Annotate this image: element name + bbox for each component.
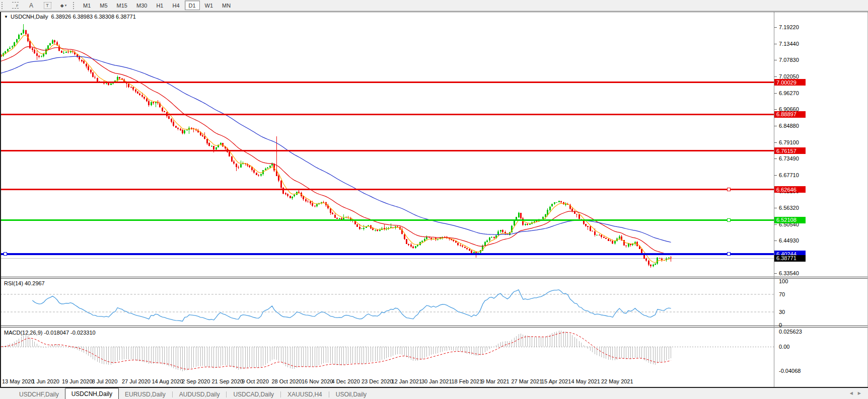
macd-axis-label: -0.04068 (779, 368, 801, 374)
date-label: 12 Jan 2021 (392, 378, 422, 384)
hline-price-label: 6.88897 (774, 111, 806, 118)
axis-separator (774, 12, 774, 387)
toolbar-grip[interactable] (2, 2, 5, 9)
hline-price-label: 6.52108 (774, 217, 806, 223)
rsi-pane-canvas[interactable] (0, 279, 774, 326)
date-label: 4 May 2021 (571, 378, 600, 384)
fibonacci-tool[interactable]: F (8, 1, 23, 10)
price-tick: 6.44930 (774, 237, 799, 244)
rsi-value: 40.2967 (25, 280, 45, 286)
chart-title: ▼USDCNH,Daily 6.38926 6.38983 6.38308 6.… (4, 14, 136, 20)
macd-label: MACD(12,26,9) -0.018047 -0.023310 (4, 330, 96, 336)
tab-scroll-arrows: ◀ ▶ (850, 391, 861, 395)
price-tick: 7.13440 (774, 41, 799, 47)
chevron-down-icon: ▾ (65, 4, 67, 8)
timeframe-button-d1[interactable]: D1 (185, 1, 200, 10)
tab-audusd-daily[interactable]: AUDUSD,Daily (173, 390, 226, 399)
price-tick: 6.79100 (774, 139, 799, 146)
tab-separator (329, 391, 329, 397)
date-label: 27 Jul 2020 (122, 378, 151, 384)
tab-usdcad-daily[interactable]: USDCAD,Daily (227, 390, 280, 399)
date-label: 2 Sep 2020 (182, 378, 210, 384)
date-label: 27 Mar 2021 (512, 378, 543, 384)
date-label: 18 Feb 2021 (452, 378, 483, 384)
chart-tab-bar: USDCHF,DailyUSDCNH,DailyEURUSD,DailyAUDU… (0, 388, 868, 399)
date-label: 15 Apr 2021 (541, 378, 571, 384)
date-label: 8 Jul 2020 (92, 378, 118, 384)
timeframes-toolbar: M1M5M15M30H1H4D1W1MN (79, 1, 235, 10)
price-tick: 6.67710 (774, 172, 799, 179)
text-icon: A (29, 2, 33, 9)
label-icon: T (44, 2, 51, 9)
price-tick: 6.56320 (774, 205, 799, 211)
tab-usdchf-daily[interactable]: USDCHF,Daily (13, 390, 65, 399)
line-studies-toolbar: FAT◆▾ (7, 1, 71, 10)
price-tick: 7.07830 (774, 57, 799, 63)
date-label: 1 Jun 2020 (32, 378, 59, 384)
mt4-window: FAT◆▾ M1M5M15M30H1H4D1W1MN ▼USDCNH,Daily… (0, 0, 868, 399)
label-tool[interactable]: T (40, 1, 55, 10)
hline-price-label: 6.76157 (774, 147, 806, 154)
tab-xauusd-h4[interactable]: XAUUSD,H4 (281, 390, 328, 399)
timeframe-button-mn[interactable]: MN (218, 1, 235, 10)
hline-price-label: 7.00029 (774, 79, 806, 86)
price-tick: 6.84880 (774, 123, 799, 129)
tab-usdcnh-daily[interactable]: USDCNH,Daily (65, 388, 119, 399)
rsi-level-label: 100 (779, 278, 788, 284)
arrows-tool[interactable]: ◆▾ (56, 1, 71, 10)
hline-price-label: 6.62646 (774, 186, 806, 193)
timeframe-button-h1[interactable]: H1 (152, 1, 167, 10)
macd-axis-label: 0.00 (779, 344, 789, 350)
tab-eurusd-daily[interactable]: EURUSD,Daily (119, 390, 172, 399)
tab-separator (172, 391, 173, 397)
divider (0, 11, 868, 11)
date-label: 9 Oct 2020 (242, 378, 269, 384)
rsi-level-label: 70 (779, 291, 785, 297)
date-label: 21 Sep 2020 (212, 378, 243, 384)
chart-symbol-label: USDCNH,Daily (11, 14, 48, 20)
timeframe-button-m30[interactable]: M30 (132, 1, 151, 10)
price-tick: 6.96270 (774, 90, 799, 97)
chart-ohlc-values: 6.38926 6.38983 6.38308 6.38771 (51, 14, 136, 20)
date-label: 28 Oct 2020 (272, 378, 302, 384)
timeframe-button-m1[interactable]: M1 (79, 1, 95, 10)
date-label: 16 Nov 2020 (302, 378, 333, 384)
timeframe-button-m15[interactable]: M15 (113, 1, 131, 10)
rsi-level-label: 30 (779, 309, 785, 315)
date-label: 19 Jun 2020 (62, 378, 93, 384)
timeframe-button-m5[interactable]: M5 (96, 1, 111, 10)
scroll-right-icon[interactable]: ▶ (858, 391, 861, 395)
tab-separator (280, 391, 281, 397)
tab-usoil-daily[interactable]: USOil,Daily (330, 390, 373, 399)
arrows-icon: ◆ (60, 3, 64, 8)
main-chart-canvas[interactable] (0, 12, 774, 277)
date-label: 30 Jan 2021 (421, 378, 452, 384)
tab-separator (226, 391, 227, 397)
toolbar: FAT◆▾ M1M5M15M30H1H4D1W1MN (0, 0, 868, 11)
macd-axis-label: 0.025623 (779, 329, 802, 335)
chart-left-border (0, 12, 1, 387)
timeframe-button-h4[interactable]: H4 (168, 1, 183, 10)
collapse-triangle-icon[interactable]: ▼ (4, 15, 8, 19)
macd-pane-canvas[interactable] (0, 328, 774, 376)
rsi-level-label: 0 (779, 322, 782, 328)
date-label: 4 Dec 2020 (332, 378, 360, 384)
text-tool[interactable]: A (24, 1, 39, 10)
price-tick: 6.73490 (774, 155, 799, 162)
bid-price-label: 6.38771 (774, 255, 806, 262)
fibonacci-icon: F (12, 2, 19, 9)
date-label: 22 May 2021 (601, 378, 633, 384)
date-label: 23 Dec 2020 (361, 378, 393, 384)
macd-values: -0.018047 -0.023310 (44, 330, 95, 336)
rsi-label: RSI(14) 40.2967 (4, 280, 45, 286)
date-label: 13 May 2020 (2, 378, 34, 384)
scroll-left-icon[interactable]: ◀ (850, 391, 853, 395)
timeframe-button-w1[interactable]: W1 (201, 1, 218, 10)
price-tick: 6.33540 (774, 270, 799, 277)
toolbar-grip[interactable] (73, 2, 77, 9)
date-label: 14 Aug 2020 (152, 378, 183, 384)
date-label: 9 Mar 2021 (481, 378, 510, 384)
price-tick: 7.19220 (774, 24, 799, 31)
